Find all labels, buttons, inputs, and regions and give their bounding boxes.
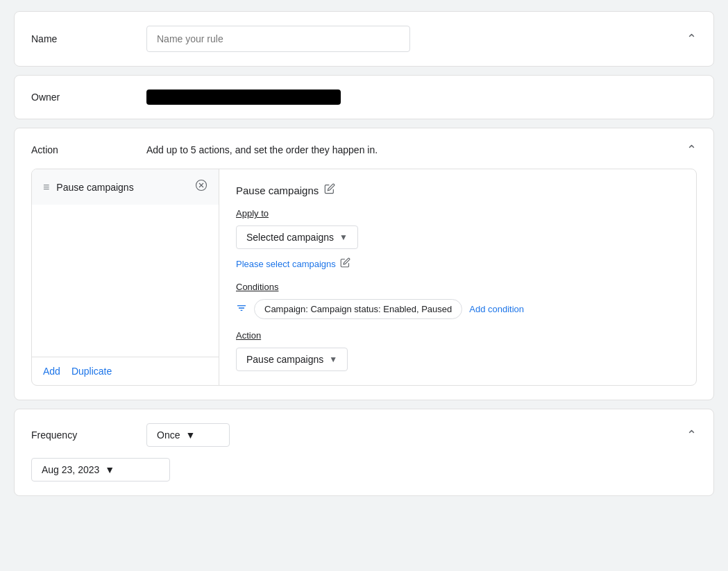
- add-action-button[interactable]: Add: [43, 366, 60, 377]
- name-label: Name: [31, 33, 135, 44]
- action-dropdown-arrow-icon: ▼: [329, 355, 337, 364]
- owner-card: Owner: [14, 75, 714, 119]
- once-arrow-icon: ▼: [185, 429, 195, 441]
- action-card: Action Add up to 5 actions, and set the …: [14, 128, 714, 400]
- action-dropdown-value: Pause campaigns: [246, 354, 323, 365]
- edit-campaigns-icon[interactable]: [340, 257, 350, 271]
- owner-value: [146, 90, 341, 105]
- action-description: Add up to 5 actions, and set the order t…: [146, 144, 378, 155]
- apply-to-label: Apply to: [236, 208, 679, 219]
- apply-to-arrow-icon: ▼: [339, 232, 348, 242]
- name-card-header: Name ⌃: [31, 26, 697, 52]
- conditions-row: Campaign: Campaign status: Enabled, Paus…: [236, 299, 679, 319]
- action-sub-label: Action: [236, 330, 679, 341]
- action-label: Action: [31, 144, 135, 155]
- frequency-card-header: Frequency Once ▼ ⌃: [31, 423, 697, 447]
- owner-label: Owner: [31, 92, 135, 103]
- name-card: Name ⌃: [14, 11, 714, 67]
- frequency-header-left: Frequency Once ▼: [31, 423, 230, 447]
- conditions-section: Conditions Campaign: Campaign status: En…: [236, 282, 679, 319]
- name-header-left: Name: [31, 26, 410, 52]
- sidebar-footer: Add Duplicate: [32, 357, 219, 385]
- apply-to-dropdown[interactable]: Selected campaigns ▼: [236, 225, 358, 249]
- date-arrow-icon: ▼: [105, 464, 115, 475]
- filter-icon: [236, 302, 247, 316]
- add-condition-button[interactable]: Add condition: [469, 304, 524, 314]
- once-label: Once: [157, 429, 180, 441]
- owner-row: Owner: [31, 90, 697, 105]
- action-dropdown[interactable]: Pause campaigns ▼: [236, 348, 348, 371]
- frequency-collapse-icon[interactable]: ⌃: [686, 427, 697, 443]
- action-detail-title-text: Pause campaigns: [236, 185, 319, 196]
- remove-action-icon[interactable]: [195, 179, 208, 195]
- duplicate-action-button[interactable]: Duplicate: [71, 366, 112, 377]
- edit-title-icon[interactable]: [324, 183, 335, 197]
- name-collapse-icon[interactable]: ⌃: [686, 31, 697, 46]
- action-header-left: Action Add up to 5 actions, and set the …: [31, 144, 378, 155]
- action-content: ≡ Pause campaigns Add Duplicate: [31, 169, 697, 386]
- sidebar-item-label: Pause campaigns: [56, 182, 188, 193]
- action-collapse-icon[interactable]: ⌃: [686, 142, 697, 157]
- action-detail-panel: Pause campaigns Apply to Selected campai…: [219, 169, 696, 385]
- frequency-date-dropdown[interactable]: Aug 23, 2023 ▼: [31, 458, 170, 481]
- action-card-header: Action Add up to 5 actions, and set the …: [31, 142, 697, 157]
- rule-name-input[interactable]: [146, 26, 410, 52]
- frequency-content: Aug 23, 2023 ▼: [31, 458, 697, 481]
- please-select-campaigns-link[interactable]: Please select campaigns: [236, 259, 336, 269]
- action-detail-title-row: Pause campaigns: [236, 183, 679, 197]
- condition-chip: Campaign: Campaign status: Enabled, Paus…: [254, 299, 462, 319]
- frequency-once-dropdown[interactable]: Once ▼: [146, 423, 230, 447]
- conditions-label: Conditions: [236, 282, 679, 292]
- sidebar-item-pause-campaigns[interactable]: ≡ Pause campaigns: [32, 169, 219, 205]
- drag-handle-icon: ≡: [43, 181, 49, 194]
- action-sidebar: ≡ Pause campaigns Add Duplicate: [32, 169, 219, 385]
- apply-to-value: Selected campaigns: [246, 232, 334, 243]
- action-sub-section: Action Pause campaigns ▼: [236, 330, 679, 371]
- date-value: Aug 23, 2023: [42, 464, 99, 475]
- frequency-card: Frequency Once ▼ ⌃ Aug 23, 2023 ▼: [14, 409, 714, 496]
- please-select-row: Please select campaigns: [236, 257, 679, 271]
- frequency-label: Frequency: [31, 429, 135, 441]
